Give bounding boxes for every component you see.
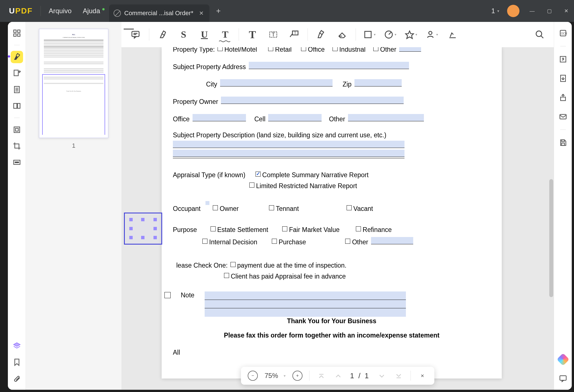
checkbox-checked[interactable]	[256, 172, 261, 177]
vertical-scrollbar[interactable]	[549, 179, 553, 297]
checkbox[interactable]	[301, 47, 306, 51]
underline-icon[interactable]: U	[197, 27, 212, 42]
attachment-icon[interactable]	[11, 372, 23, 385]
form-field[interactable]	[205, 308, 406, 317]
new-tab-button[interactable]: +	[216, 6, 221, 15]
document-tab[interactable]: Commercial ...isal Order* ✕	[109, 4, 209, 22]
checkbox[interactable]	[230, 262, 236, 267]
squiggly-icon[interactable]: T	[218, 27, 232, 42]
last-page-icon[interactable]	[394, 371, 404, 381]
checkbox[interactable]	[347, 205, 352, 210]
checkbox[interactable]	[202, 239, 207, 244]
edit-tool-icon[interactable]	[11, 67, 23, 79]
eraser-tool-icon[interactable]	[335, 27, 349, 42]
form-field[interactable]	[173, 150, 404, 157]
resize-handle[interactable]	[141, 236, 144, 239]
email-icon[interactable]	[557, 110, 569, 123]
checkbox[interactable]	[333, 47, 338, 51]
form-field[interactable]	[173, 141, 404, 148]
selection-rectangle[interactable]	[124, 213, 162, 245]
checkbox[interactable]	[269, 205, 274, 210]
resize-handle[interactable]	[153, 227, 157, 230]
form-field[interactable]	[348, 114, 424, 121]
ai-assistant-icon[interactable]	[557, 353, 569, 366]
save-icon[interactable]	[557, 136, 569, 149]
first-page-icon[interactable]	[316, 371, 326, 381]
checkbox[interactable]	[218, 47, 223, 51]
chat-icon[interactable]	[557, 372, 569, 385]
search-icon[interactable]	[532, 27, 547, 42]
resize-handle[interactable]	[141, 218, 144, 221]
resize-handle[interactable]	[129, 218, 133, 221]
checkbox[interactable]	[268, 47, 273, 51]
checkbox[interactable]	[249, 183, 254, 188]
form-field[interactable]	[221, 97, 404, 104]
pages-tool-icon[interactable]	[11, 83, 23, 96]
zoom-out-button[interactable]: −	[248, 371, 258, 381]
page-counter[interactable]: 1 / 1	[350, 372, 370, 380]
form-field[interactable]	[205, 291, 406, 300]
checkbox[interactable]	[164, 292, 171, 298]
close-window-icon[interactable]: ✕	[562, 8, 571, 14]
form-field[interactable]	[205, 300, 406, 308]
checkbox[interactable]	[282, 226, 287, 231]
share-icon[interactable]	[557, 91, 569, 104]
pencil-tool-icon[interactable]	[314, 27, 329, 42]
checkbox[interactable]	[224, 273, 229, 278]
organize-tool-icon[interactable]	[11, 100, 23, 112]
thumbnails-icon[interactable]	[11, 27, 23, 39]
form-field[interactable]	[220, 79, 333, 86]
redact-icon[interactable]	[11, 156, 23, 168]
highlight-tool-icon[interactable]	[11, 51, 23, 63]
maximize-icon[interactable]: ▢	[545, 8, 554, 14]
signature-tool-dropdown[interactable]	[424, 27, 439, 42]
form-field[interactable]	[371, 237, 413, 244]
page-viewport[interactable]: Property Type: Hotel/Motel Retail Office…	[121, 47, 542, 390]
svg-rect-10	[17, 103, 20, 108]
page-indicator-dropdown[interactable]: 1▾	[491, 7, 499, 15]
user-avatar[interactable]	[507, 5, 519, 17]
textbox-tool-icon[interactable]: T	[266, 27, 281, 42]
strikethrough-icon[interactable]: S	[176, 27, 191, 42]
prev-page-icon[interactable]	[333, 371, 343, 381]
convert-icon[interactable]	[557, 53, 569, 65]
form-field[interactable]	[354, 79, 402, 86]
checkbox[interactable]	[373, 47, 378, 51]
bookmark-icon[interactable]	[11, 356, 23, 368]
text-tool-icon[interactable]: T	[245, 27, 260, 42]
minimize-icon[interactable]: —	[527, 8, 537, 14]
export-icon[interactable]	[557, 72, 569, 85]
resize-handle[interactable]	[153, 218, 157, 221]
ocr-icon[interactable]: OCR	[557, 27, 569, 39]
form-field[interactable]	[268, 114, 322, 121]
layers-icon[interactable]	[11, 340, 23, 352]
zoom-in-button[interactable]: +	[292, 371, 302, 381]
menu-ajuda[interactable]: Ajuda	[77, 7, 106, 15]
shape-tool-dropdown[interactable]	[362, 27, 377, 42]
resize-handle[interactable]	[129, 227, 133, 230]
checkbox[interactable]	[356, 226, 361, 231]
menu-arquivo[interactable]: Arquivo	[43, 7, 77, 15]
checkbox[interactable]	[345, 239, 350, 244]
zoom-level-dropdown[interactable]: 75%	[265, 372, 286, 380]
form-field[interactable]	[193, 114, 246, 121]
checkbox[interactable]	[211, 226, 216, 231]
more-tool-icon[interactable]	[445, 27, 460, 42]
close-tab-icon[interactable]: ✕	[199, 10, 204, 17]
crop-icon[interactable]	[11, 140, 23, 152]
highlighter-icon[interactable]	[155, 27, 170, 42]
callout-tool-icon[interactable]: T	[287, 27, 301, 42]
checkbox[interactable]	[213, 205, 218, 210]
close-navbar-icon[interactable]: ✕	[417, 371, 428, 381]
city-label: City	[206, 81, 217, 88]
next-page-icon[interactable]	[377, 371, 387, 381]
stamp-tool-dropdown[interactable]	[404, 27, 418, 42]
resize-handle[interactable]	[153, 236, 157, 239]
checkbox[interactable]	[272, 239, 277, 244]
sticker-tool-dropdown[interactable]	[383, 27, 397, 42]
page-thumbnail[interactable]: ALL COMMERCIAL APPRAISAL ORDER FORM	[39, 29, 109, 138]
form-field[interactable]	[399, 47, 421, 52]
compress-icon[interactable]	[11, 124, 23, 136]
form-field[interactable]	[249, 62, 409, 69]
resize-handle[interactable]	[129, 236, 133, 239]
